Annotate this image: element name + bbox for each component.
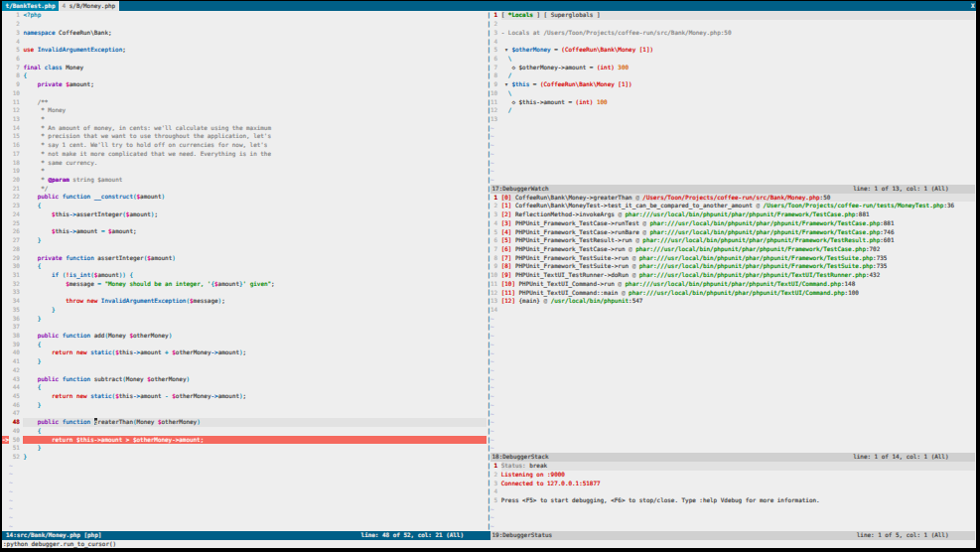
- status-line-1[interactable]: 1 Status: break: [490, 462, 975, 471]
- stack-line-9[interactable]: 9 [8] PHPUnit_Framework_TestSuite->run @…: [490, 262, 975, 271]
- code-line-37[interactable]: 37: [2, 323, 487, 332]
- code-line-24[interactable]: 24 $this->assertInteger($amount);: [2, 210, 487, 219]
- empty-line-tilde[interactable]: ~: [2, 470, 487, 479]
- close-icon[interactable]: X: [971, 1, 975, 11]
- code-line-43[interactable]: 43 public function subtract(Money $other…: [2, 375, 487, 384]
- code-line-14[interactable]: 14 * An amount of money, in cents: we'll…: [2, 124, 487, 133]
- code-line-48[interactable]: 48 public function greaterThan(Money $ot…: [2, 418, 487, 427]
- code-line-35[interactable]: 35 }: [2, 306, 487, 315]
- watch-line-11[interactable]: 11 ◇ $this->amount = (int) 100: [490, 98, 975, 107]
- debugger-watch-pane[interactable]: 1 [ *Locals ] [ Superglobals ] 2 3 - Loc…: [490, 11, 975, 185]
- stack-line-11[interactable]: 11 [10] PHPUnit_TextUI_Command->run @ ph…: [490, 280, 975, 289]
- code-line-9[interactable]: 9 private $amount;: [2, 80, 487, 89]
- watch-line-13[interactable]: 13: [490, 115, 975, 124]
- code-line-22[interactable]: 22 public function __construct($amount): [2, 193, 487, 202]
- code-line-39[interactable]: 39 {: [2, 341, 487, 349]
- stack-line-14[interactable]: 14: [490, 306, 975, 315]
- stack-line-5[interactable]: 5 [4] PHPUnit_Framework_TestCase->runBar…: [490, 228, 975, 237]
- command-line[interactable]: :python debugger.run_to_cursor(): [2, 540, 976, 549]
- tab-banktest[interactable]: t/BankTest.php: [2, 1, 59, 11]
- code-line-19[interactable]: 19 *: [2, 167, 487, 176]
- watch-line-8[interactable]: 8 /: [490, 71, 975, 80]
- empty-line-tilde[interactable]: ~: [490, 436, 975, 445]
- watch-line-2[interactable]: 2: [490, 20, 975, 29]
- empty-line-tilde[interactable]: ~: [2, 496, 487, 505]
- watch-line-6[interactable]: 6 \: [490, 55, 975, 64]
- empty-line-tilde[interactable]: ~: [490, 159, 975, 168]
- code-line-47[interactable]: 47: [2, 409, 487, 418]
- code-line-12[interactable]: 12 * Money: [2, 106, 487, 115]
- empty-line-tilde[interactable]: ~: [490, 366, 975, 375]
- empty-line-tilde[interactable]: ~: [2, 522, 487, 531]
- code-line-28[interactable]: 28: [2, 245, 487, 254]
- code-line-41[interactable]: 41 }: [2, 357, 487, 366]
- empty-line-tilde[interactable]: ~: [490, 332, 975, 341]
- empty-line-tilde[interactable]: ~: [490, 513, 975, 522]
- stack-line-1[interactable]: 1 [0] CoffeeRun\Bank\Money->greaterThan …: [490, 194, 975, 203]
- empty-line-tilde[interactable]: ~: [490, 375, 975, 384]
- empty-line-tilde[interactable]: ~: [490, 427, 975, 436]
- watch-line-12[interactable]: 12 /: [490, 106, 975, 115]
- code-line-38[interactable]: 38 public function add(Money $otherMoney…: [2, 332, 487, 341]
- code-line-26[interactable]: 26 $this->amount = $amount;: [2, 227, 487, 236]
- empty-line-tilde[interactable]: ~: [2, 462, 487, 471]
- watch-line-10[interactable]: 10 \: [490, 89, 975, 98]
- code-line-18[interactable]: 18 * same currency.: [2, 159, 487, 168]
- code-line-31[interactable]: 31 if (!is_int($amount)) {: [2, 271, 487, 280]
- empty-line-tilde[interactable]: ~: [490, 132, 975, 141]
- code-line-16[interactable]: 16 * say 1 cent. We'll try to hold off o…: [2, 141, 487, 150]
- stack-line-6[interactable]: 6 [5] PHPUnit_Framework_TestResult->run …: [490, 236, 975, 245]
- empty-line-tilde[interactable]: ~: [490, 383, 975, 392]
- debugger-stack-pane[interactable]: 1 [0] CoffeeRun\Bank\Money->greaterThan …: [490, 194, 975, 454]
- status-line-3[interactable]: 3 Connected to 127.0.0.1:51877: [490, 480, 975, 488]
- status-line-2[interactable]: 2 Listening on :9000: [490, 471, 975, 480]
- code-line-29[interactable]: 29 private function assertInteger($amoun…: [2, 254, 487, 263]
- empty-line-tilde[interactable]: ~: [2, 513, 487, 522]
- code-line-13[interactable]: 13 *: [2, 115, 487, 124]
- code-line-33[interactable]: 33: [2, 288, 487, 297]
- watch-line-5[interactable]: 5 ▾ $otherMoney = (CoffeeRun\Bank\Money …: [490, 46, 975, 55]
- code-line-36[interactable]: 36 }: [2, 315, 487, 324]
- empty-line-tilde[interactable]: ~: [490, 124, 975, 133]
- empty-line-tilde[interactable]: ~: [490, 349, 975, 358]
- status-line-5[interactable]: 5 Press <F5> to start debugging, <F6> to…: [490, 496, 975, 505]
- empty-line-tilde[interactable]: ~: [2, 479, 487, 487]
- watch-line-9[interactable]: 9 ▾ $this = (CoffeeRun\Bank\Money [1]): [490, 80, 975, 89]
- watch-line-7[interactable]: 7 ◇ $otherMoney->amount = (int) 300: [490, 64, 975, 72]
- empty-line-tilde[interactable]: ~: [490, 522, 975, 531]
- code-line-20[interactable]: 20 * @param string $amount: [2, 176, 487, 185]
- debugger-status-pane[interactable]: 1 Status: break 2 Listening on :9000 3 C…: [490, 462, 975, 531]
- stack-line-8[interactable]: 8 [7] PHPUnit_Framework_TestSuite->run @…: [490, 254, 975, 263]
- code-line-1[interactable]: 1 <?php: [2, 11, 487, 20]
- empty-line-tilde[interactable]: ~: [490, 410, 975, 419]
- code-line-51[interactable]: 51 }: [2, 444, 487, 453]
- empty-line-tilde[interactable]: ~: [2, 504, 487, 513]
- stack-line-13[interactable]: 13 [12] {main} @ /usr/local/bin/phpunit:…: [490, 297, 975, 306]
- code-line-21[interactable]: 21 */: [2, 185, 487, 194]
- code-line-11[interactable]: 11 /**: [2, 98, 487, 107]
- empty-line-tilde[interactable]: ~: [490, 176, 975, 185]
- stack-line-10[interactable]: 10 [9] PHPUnit_TextUI_TestRunner->doRun …: [490, 271, 975, 280]
- code-line-34[interactable]: 34 throw new InvalidArgumentException($m…: [2, 297, 487, 306]
- code-line-32[interactable]: 32 $message = "Money should be an intege…: [2, 280, 487, 289]
- empty-line-tilde[interactable]: ~: [490, 315, 975, 324]
- empty-line-tilde[interactable]: ~: [490, 141, 975, 150]
- code-line-42[interactable]: 42: [2, 366, 487, 375]
- code-editor-pane[interactable]: 1 <?php 2 3 namespace CoffeeRun\Bank; 4 …: [2, 11, 487, 531]
- code-line-8[interactable]: 8 {: [2, 71, 487, 80]
- code-line-6[interactable]: 6: [2, 55, 487, 64]
- watch-line-1[interactable]: 1 [ *Locals ] [ Superglobals ]: [490, 11, 975, 20]
- stack-line-3[interactable]: 3 [2] ReflectionMethod->invokeArgs @ pha…: [490, 210, 975, 219]
- watch-line-4[interactable]: 4: [490, 38, 975, 47]
- code-line-17[interactable]: 17 * not make it more complicated that w…: [2, 150, 487, 159]
- code-line-50[interactable]: -> 50 return $this->amount > $otherMoney…: [2, 436, 487, 445]
- stack-line-12[interactable]: 12 [11] PHPUnit_TextUI_Command::main @ p…: [490, 289, 975, 298]
- code-line-46[interactable]: 46 }: [2, 401, 487, 410]
- empty-line-tilde[interactable]: ~: [490, 357, 975, 366]
- code-line-2[interactable]: 2: [2, 20, 487, 29]
- empty-line-tilde[interactable]: ~: [490, 167, 975, 176]
- code-line-3[interactable]: 3 namespace CoffeeRun\Bank;: [2, 29, 487, 38]
- empty-line-tilde[interactable]: ~: [490, 418, 975, 427]
- empty-line-tilde[interactable]: ~: [490, 505, 975, 514]
- code-line-23[interactable]: 23 {: [2, 202, 487, 210]
